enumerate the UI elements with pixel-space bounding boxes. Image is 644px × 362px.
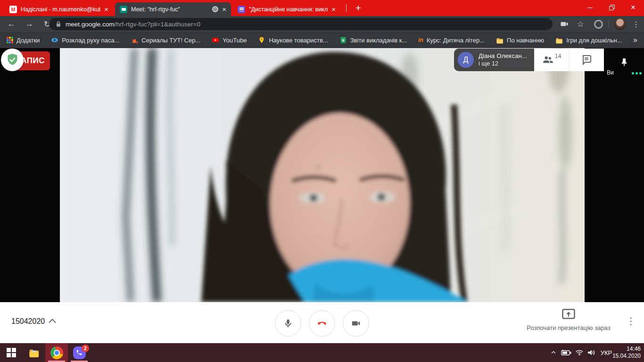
chrome-icon	[50, 346, 63, 359]
gmail-favicon: M	[9, 6, 17, 13]
folder-icon	[555, 37, 563, 44]
tab-close-icon[interactable]: ×	[331, 6, 336, 13]
screen: M Надіслані - m.naumenko@kubg × Meet: "h…	[0, 0, 644, 362]
adguard-shield-icon[interactable]	[1, 49, 24, 71]
taskbar-clock[interactable]: 14:46 15.04.2020	[612, 346, 641, 360]
profile-avatar[interactable]	[612, 16, 628, 32]
bookmarks-overflow-chevron[interactable]: »	[633, 32, 637, 48]
meet-page: ЗАПИС Д Діана Олексан... і ще 12 14	[0, 48, 644, 343]
mic-button[interactable]	[275, 310, 301, 337]
address-bar[interactable]: meet.google.com/hrf-rtgv-fuc?pli=1&authu…	[49, 18, 553, 30]
cat-icon	[131, 36, 138, 44]
meet-favicon	[120, 6, 127, 13]
chrome-taskbar-button[interactable]	[45, 343, 68, 362]
participant-avatar: Д	[458, 52, 474, 68]
hangup-icon	[316, 317, 328, 329]
bookmark-youtube[interactable]: YouTube	[212, 36, 247, 44]
tab-close-icon[interactable]: ×	[222, 6, 226, 13]
url-path: /hrf-rtgv-fuc?pli=1&authuser=0	[115, 21, 200, 28]
bookmark-folder-games[interactable]: Ігри для дошкільн...	[555, 37, 622, 44]
self-view-thumbnail[interactable]: Ви	[604, 49, 644, 78]
more-options-button[interactable]: ⋮	[625, 315, 636, 327]
bookmark-science-society[interactable]: Наукове товариств...	[258, 36, 328, 44]
youtube-icon	[212, 36, 219, 44]
folder-icon	[28, 347, 40, 358]
self-view-menu-dots[interactable]	[632, 72, 642, 74]
tab-close-icon[interactable]: ×	[104, 6, 108, 13]
browser-menu-button[interactable]: ⋮	[630, 16, 642, 32]
bookmark-moodle-course[interactable]: in Курс: Дитяча літер...	[418, 37, 485, 44]
tab-distance-learning[interactable]: "Дистанційне навчання: виклик ×	[233, 2, 340, 16]
meet-top-actions: 14	[534, 49, 604, 71]
toolbar-divider	[608, 20, 609, 28]
meet-control-bar: 15042020	[0, 302, 644, 343]
meeting-code: 15042020	[11, 317, 45, 326]
camera-button[interactable]	[343, 310, 369, 337]
bookmark-star-icon[interactable]: ☆	[573, 16, 587, 32]
bookmarks-bar: Додатки Розклад руху паса... Сериалы ТУТ…	[0, 32, 644, 48]
browser-toolbar: ← → ↻ meet.google.com/hrf-rtgv-fuc?pli=1…	[0, 16, 644, 32]
windows-logo-icon	[7, 348, 16, 357]
present-icon	[562, 309, 575, 320]
bookmark-folder-study[interactable]: По навчанню	[496, 37, 544, 44]
window-minimize-button[interactable]	[579, 0, 601, 15]
sheets-icon	[339, 36, 347, 44]
eye-icon	[51, 36, 58, 44]
extension-icon[interactable]	[591, 16, 605, 32]
participant-more-count: і ще 12	[479, 60, 527, 68]
tray-time: 14:46	[612, 346, 641, 353]
participant-name: Діана Олексан...	[479, 52, 527, 60]
window-restore-button[interactable]	[601, 0, 622, 15]
folder-icon	[496, 37, 504, 44]
list-favicon	[238, 6, 245, 13]
tab-title: "Дистанційне навчання: виклик	[249, 6, 328, 13]
restore-icon	[609, 5, 614, 10]
tray-chevron-icon[interactable]	[548, 343, 559, 362]
bookmark-schedule[interactable]: Розклад руху паса...	[51, 36, 119, 44]
bookmark-apps[interactable]: Додатки	[7, 37, 40, 44]
videocam-icon	[351, 318, 361, 329]
start-button[interactable]	[0, 343, 23, 362]
remote-video	[60, 48, 585, 302]
present-button[interactable]: Розпочати презентацію зараз	[523, 309, 614, 331]
url-domain: meet.google.com	[66, 21, 115, 28]
tab-title: Meet: "hrf-rtgv-fuc"	[131, 6, 208, 13]
people-count: 14	[555, 53, 561, 59]
minimize-icon	[587, 8, 593, 8]
pin-icon	[620, 58, 628, 67]
mic-icon	[283, 318, 293, 329]
chat-button[interactable]	[569, 49, 604, 71]
camera-usage-icon[interactable]	[557, 16, 571, 32]
battery-icon[interactable]	[560, 343, 572, 362]
bookmark-reports-sheet[interactable]: Звіти викладачів к...	[339, 36, 407, 44]
moodle-icon: in	[418, 37, 423, 43]
file-explorer-button[interactable]	[23, 343, 45, 362]
window-close-button[interactable]: ×	[622, 0, 644, 15]
forward-button[interactable]: →	[22, 16, 37, 32]
people-icon	[542, 54, 554, 66]
lock-icon	[56, 21, 61, 27]
people-button[interactable]: 14	[534, 49, 569, 71]
meeting-details-button[interactable]: 15042020	[11, 317, 56, 326]
new-tab-button[interactable]: +	[352, 1, 365, 15]
self-view-label: Ви	[607, 69, 614, 76]
tab-title: Надіслані - m.naumenko@kubg	[21, 6, 100, 13]
notification-badge: 2	[82, 345, 89, 352]
present-label: Розпочати презентацію зараз	[523, 324, 614, 331]
viber-taskbar-button[interactable]: 2	[68, 343, 91, 362]
back-button[interactable]: ←	[4, 16, 19, 32]
tray-date: 15.04.2020	[612, 353, 641, 360]
tab-gmail[interactable]: M Надіслані - m.naumenko@kubg ×	[5, 2, 113, 16]
bookmark-serials[interactable]: Сериалы ТУТ! Сер...	[131, 36, 200, 44]
hangup-button[interactable]	[309, 310, 335, 337]
tab-meet[interactable]: Meet: "hrf-rtgv-fuc" ×	[115, 2, 231, 16]
participants-preview-card: Д Діана Олексан... і ще 12	[454, 49, 534, 71]
pin-marker-icon	[258, 36, 265, 44]
chevron-up-icon	[49, 319, 56, 326]
apps-grid-icon	[7, 37, 13, 43]
tab-separator	[346, 4, 347, 12]
tab-media-indicator-icon	[212, 6, 218, 12]
wifi-icon[interactable]	[573, 343, 586, 362]
windows-taskbar: 2 УКР 14:46	[0, 343, 644, 362]
volume-icon[interactable]	[586, 343, 597, 362]
